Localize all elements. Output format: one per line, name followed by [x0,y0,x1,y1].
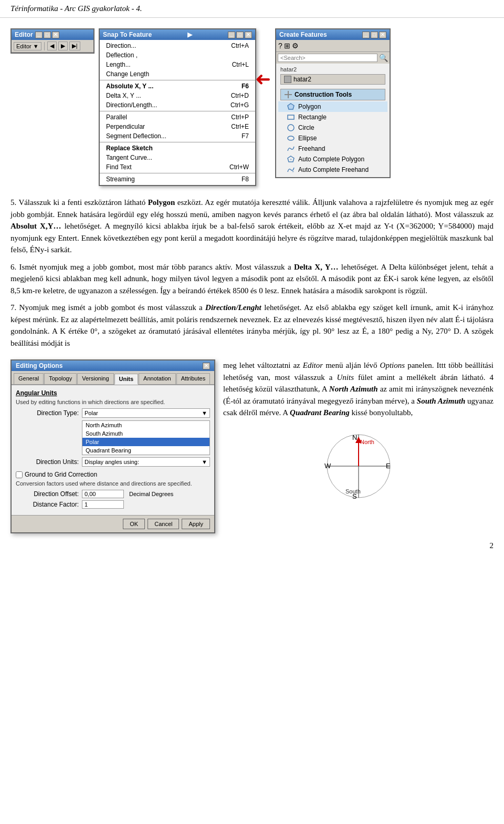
cf-tool-auto-polygon[interactable]: + Auto Complete Polygon [278,154,387,164]
cf-layer-item-1[interactable]: hatar2 [280,74,385,85]
cf-tool-auto-freehand[interactable]: + Auto Complete Freehand [278,164,387,175]
eo-direction-type-value: Polar [85,410,98,416]
eo-direction-type-select[interactable]: Polar ▼ [82,408,210,418]
cf-help-btn[interactable]: ? [278,42,282,50]
itt-label: Itt [437,361,444,369]
units-italic: Units [337,373,354,382]
svg-text:N: N [352,434,357,441]
construction-tools-icon [284,90,292,99]
menu-item-parallel[interactable]: ParallelCtrl+P [100,112,255,122]
play-btn[interactable]: ▶ [58,42,68,50]
svg-text:+: + [292,170,294,173]
snap-close[interactable]: ✕ [245,32,252,38]
cf-win-controls: _ □ ✕ [362,32,386,38]
eo-direction-units-row: Direction Units: Display angles using: ▼ [16,457,210,467]
editor-win-controls: _ □ ✕ [35,32,59,38]
cf-tool-circle[interactable]: Circle [278,122,387,133]
tab-versioning[interactable]: Versioning [77,373,113,384]
cf-search-input[interactable] [278,54,377,62]
minimize-btn[interactable]: _ [35,32,43,38]
menu-item-seg-deflection[interactable]: Segment Deflection...F7 [100,131,255,141]
cf-tool-ellipse[interactable]: Ellipse [278,133,387,143]
menu-item-streaming[interactable]: StreamingF8 [100,174,255,184]
menu-item-direction[interactable]: Direction...Ctrl+A [100,41,255,50]
snap-maximize[interactable]: □ [236,32,244,38]
cf-tool-rectangle[interactable]: Rectangle [278,112,387,122]
eo-cancel-btn[interactable]: Cancel [148,519,179,529]
prev-btn[interactable]: ◀ [47,42,57,50]
eo-direction-units-label: Direction Units: [16,458,79,466]
tab-attributes[interactable]: Attributes [176,373,210,384]
south-azimuth-bold: South Azimuth [417,397,465,405]
eo-close-btn[interactable]: ✕ [203,363,210,369]
delta-xy-bold: Delta X, Y… [294,263,339,271]
toolbar-separator [44,42,45,50]
cf-minimize[interactable]: _ [362,32,370,38]
menu-item-length[interactable]: Length...Ctrl+L [100,60,255,69]
eo-dropdown-polar[interactable]: Polar [82,438,209,446]
eo-dropdown-quadrant[interactable]: Quadrant Bearing [82,446,209,455]
snap-win-controls: _ □ ✕ [228,32,252,38]
cf-tool-auto-freehand-label: Auto Complete Freehand [298,166,369,173]
menu-item-find-text[interactable]: Find TextCtrl+W [100,162,255,172]
snap-arrow: ▶ [187,31,192,38]
eo-description: Used by editing functions in which direc… [16,399,210,405]
freehand-icon [287,145,295,153]
menu-item-delta-xy[interactable]: Delta X, Y ...Ctrl+D [100,91,255,100]
eo-dropdown-north-azimuth[interactable]: North Azimuth [82,421,209,429]
menu-item-tangent-curve[interactable]: Tangent Curve... [100,153,255,162]
cf-close[interactable]: ✕ [379,32,386,38]
eo-ok-btn[interactable]: OK [123,519,145,529]
snap-minimize[interactable]: _ [228,32,235,38]
eo-direction-offset-row: Direction Offset: Decimal Degrees [16,490,210,498]
auto-complete-freehand-icon: + [287,166,295,174]
cf-settings-btn[interactable]: ⚙ [292,42,299,50]
cf-toolbar: ? ⊞ ⚙ [276,40,390,52]
eo-apply-btn[interactable]: Apply [182,519,210,529]
cf-layer-name-1: hatar2 [293,76,311,83]
body-para-3: 7. Nyomjuk meg ismét a jobb gombot és mo… [10,302,494,349]
eo-title-bar: Editing Options ✕ [12,360,214,371]
tab-units[interactable]: Units [114,374,139,385]
quadrant-bearing-bold: Quadrant Bearing [290,408,350,417]
menu-item-dir-length[interactable]: Direction/Length...Ctrl+G [100,100,255,110]
menu-item-deflection[interactable]: Deflection , [100,50,255,60]
eo-direction-offset-label: Direction Offset: [16,490,79,498]
tab-annotation[interactable]: Annotation [139,373,176,384]
cf-section-title: Construction Tools [295,91,352,98]
editor-panel-title: Editor _ □ ✕ [12,29,93,40]
body-para-2: 6. Ismét nyomjuk meg a jobb gombot, most… [10,261,494,297]
svg-text:E: E [386,462,391,470]
page-header-text: Térinformatika - Arc GIS gyakorlatok - 4… [10,4,142,13]
maximize-btn[interactable]: □ [44,32,51,38]
menu-item-absolute-xy[interactable]: Absolute X, Y ...F6 [100,81,255,91]
tab-general[interactable]: General [14,373,44,384]
cf-layers-area: hatar2 hatar2 [276,64,390,88]
cf-tool-circle-label: Circle [298,124,314,131]
screenshot-area: Editor _ □ ✕ Editor ▼ ◀ ▶ ▶| Snap To Fea… [0,23,504,191]
menu-item-perpendicular[interactable]: PerpendicularCtrl+E [100,122,255,131]
editor-dropdown-btn[interactable]: Editor ▼ [14,42,41,50]
close-btn[interactable]: ✕ [52,32,59,38]
eo-direction-type-arrow: ▼ [202,410,207,416]
cf-tool-freehand[interactable]: Freehand [278,143,387,154]
page-number: 2 [0,539,504,553]
cf-tool-polygon[interactable]: Polygon [278,101,387,112]
menu-item-change-length[interactable]: Change Length [100,69,255,79]
tab-topology[interactable]: Topology [44,373,77,384]
cf-search-btn[interactable]: 🔍 [379,54,388,62]
rectangle-icon [287,113,295,121]
next-btn[interactable]: ▶| [69,42,80,50]
eo-direction-offset-input[interactable] [82,490,124,498]
eo-ground-grid-checkbox[interactable] [16,471,23,478]
cf-title-text: Create Features [279,31,327,38]
eo-direction-units-select[interactable]: Display angles using: ▼ [82,457,210,467]
eo-distance-factor-input[interactable] [82,500,124,509]
ellipse-icon [287,134,295,142]
cf-org-btn[interactable]: ⊞ [284,42,290,50]
menu-item-replace-sketch[interactable]: Replace Sketch [100,143,255,153]
absolut-xy-bold: Absolut X,Y… [10,222,61,230]
eo-dropdown-south-azimuth[interactable]: South Azimuth [82,429,209,438]
create-features-panel: Create Features _ □ ✕ ? ⊞ ⚙ 🔍 hatar2 hat… [275,28,391,178]
cf-maximize[interactable]: □ [371,32,378,38]
